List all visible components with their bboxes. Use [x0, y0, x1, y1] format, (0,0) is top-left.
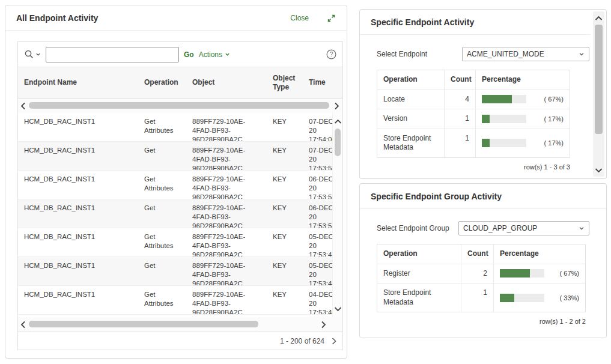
endpoint-group-activity-table: Operation Count Percentage Register 2 ( … [377, 244, 586, 312]
column-header-object[interactable]: Object [186, 74, 267, 91]
endpoint-group-select[interactable]: CLOUD_APP_GROUP [458, 221, 589, 235]
endpoint-activity-table: Operation Count Percentage Locate 4 ( 67… [377, 70, 570, 158]
panel-title: Specific Endpoint Group Activity [371, 192, 502, 201]
select-endpoint-label: Select Endpoint [377, 50, 427, 58]
cell-object: 889FF729-10AE-4FAD-BF93-96D28F90BA2C [186, 228, 267, 256]
expand-icon[interactable] [327, 14, 336, 23]
close-button[interactable]: Close [290, 14, 309, 22]
cell-object: 889FF729-10AE-4FAD-BF93-96D28F90BA2C [186, 171, 267, 199]
chevron-down-icon [579, 51, 585, 57]
cell-endpoint-name: HCM_DB_RAC_INST1 [18, 171, 138, 199]
scroll-up-icon[interactable] [333, 117, 342, 126]
cell-endpoint-name: HCM_DB_RAC_INST1 [18, 199, 138, 228]
scroll-left-icon[interactable] [18, 317, 28, 332]
percentage-bar-track [500, 294, 544, 302]
percentage-bar-track [482, 115, 526, 123]
table-row: HCM_DB_RAC_INST1 Get Attributes 889FF729… [18, 113, 342, 142]
table-row: Locate 4 ( 67%) [377, 90, 570, 110]
horizontal-scrollbar-top [18, 99, 342, 113]
cell-object-type: KEY [267, 286, 303, 314]
cell-endpoint-name: HCM_DB_RAC_INST1 [18, 113, 138, 141]
percentage-bar-track [500, 269, 544, 278]
scrollbar-thumb[interactable] [29, 321, 258, 327]
column-header-object-type[interactable]: Object Type [267, 70, 303, 96]
help-icon[interactable]: ? [326, 49, 336, 59]
table-row: HCM_DB_RAC_INST1 Get Attributes 889FF729… [18, 286, 342, 315]
row-count-label: row(s) 1 - 2 of 2 [377, 318, 586, 325]
column-header-operation[interactable]: Operation [138, 74, 186, 91]
column-header-count: Count [445, 70, 476, 89]
endpoint-select[interactable]: ACME_UNITED_MODE [462, 47, 589, 61]
go-button[interactable]: Go [184, 50, 194, 59]
scroll-right-icon[interactable] [318, 317, 328, 332]
cell-operation: Get Attributes [138, 171, 186, 199]
scrollbar-thumb[interactable] [29, 102, 329, 109]
cell-operation: Store Endpoint Metadata [377, 129, 445, 157]
search-icon[interactable] [24, 49, 41, 59]
cell-count: 1 [445, 129, 476, 157]
search-input[interactable] [46, 47, 179, 62]
percentage-label: ( 17%) [540, 115, 564, 123]
table-header-row: Operation Count Percentage [377, 70, 570, 90]
table-row: HCM_DB_RAC_INST1 Get 889FF729-10AE-4FAD-… [18, 199, 342, 228]
column-header-endpoint-name[interactable]: Endpoint Name [18, 74, 138, 91]
table-header-row: Endpoint Name Operation Object Object Ty… [18, 67, 342, 99]
panel-title: Specific Endpoint Activity [371, 17, 474, 27]
actions-menu-button[interactable]: Actions [199, 50, 230, 59]
interactive-report: Go Actions ? Endpoint Name Operation Obj… [17, 41, 343, 350]
cell-operation: Get Attributes [138, 113, 186, 141]
specific-endpoint-group-activity-panel: Specific Endpoint Group Activity Select … [359, 183, 607, 338]
percentage-label: ( 33%) [555, 294, 579, 302]
svg-text:?: ? [330, 51, 333, 58]
table-row: HCM_DB_RAC_INST1 Get Attributes 889FF729… [18, 228, 342, 257]
table-row: HCM_DB_RAC_INST1 Get Attributes 889FF729… [18, 171, 342, 199]
specific-endpoint-activity-panel: Specific Endpoint Activity Select Endpoi… [359, 9, 607, 179]
cell-object-type: KEY [267, 228, 303, 256]
scrollbar-thumb[interactable] [595, 25, 603, 134]
cell-operation: Version [377, 109, 445, 129]
cell-endpoint-name: HCM_DB_RAC_INST1 [18, 257, 138, 285]
cell-endpoint-name: HCM_DB_RAC_INST1 [18, 228, 138, 256]
horizontal-scrollbar-bottom [18, 317, 342, 332]
cell-object: 889FF729-10AE-4FAD-BF93-96D28F90BA2C [186, 113, 267, 141]
table-row: Store Endpoint Metadata 1 ( 33%) [377, 284, 585, 312]
next-page-icon[interactable] [332, 338, 336, 345]
table-header-row: Operation Count Percentage [377, 244, 585, 264]
scroll-right-icon[interactable] [332, 99, 341, 113]
percentage-bar-track [482, 95, 526, 103]
cell-count: 1 [445, 109, 476, 129]
percentage-bar [500, 269, 530, 278]
select-endpoint-group-label: Select Endpoint Group [377, 224, 449, 232]
table-row: HCM_DB_RAC_INST1 Get 889FF729-10AE-4FAD-… [18, 257, 342, 286]
cell-object-type: KEY [267, 171, 303, 199]
table-body: HCM_DB_RAC_INST1 Get Attributes 889FF729… [18, 113, 342, 317]
cell-endpoint-name: HCM_DB_RAC_INST1 [18, 286, 138, 314]
cell-operation: Get [138, 257, 186, 285]
scroll-up-icon[interactable] [593, 13, 604, 23]
cell-object-type: KEY [267, 113, 303, 141]
vertical-scrollbar [593, 11, 604, 177]
cell-object: 889FF729-10AE-4FAD-BF93-96D28F90BA2C [186, 142, 267, 170]
cell-object-type: KEY [267, 199, 303, 228]
table-row: Version 1 ( 17%) [377, 109, 570, 129]
all-endpoint-activity-panel: All Endpoint Activity Close [5, 5, 347, 359]
panel-header: Specific Endpoint Activity [360, 10, 591, 35]
scroll-down-icon[interactable] [593, 165, 604, 175]
endpoint-group-select-value: CLOUD_APP_GROUP [463, 224, 537, 232]
cell-operation: Get Attributes [138, 228, 186, 256]
column-header-time[interactable]: Time [303, 74, 342, 91]
percentage-label: ( 67%) [555, 269, 579, 278]
cell-object: 889FF729-10AE-4FAD-BF93-96D28F90BA2C [186, 257, 267, 285]
table-row: Register 2 ( 67%) [377, 264, 585, 284]
column-header-percentage: Percentage [476, 70, 570, 89]
column-header-count: Count [461, 244, 494, 264]
table-row: HCM_DB_RAC_INST1 Get 889FF729-10AE-4FAD-… [18, 142, 342, 171]
scrollbar-thumb[interactable] [335, 129, 341, 156]
cell-object-type: KEY [267, 142, 303, 170]
cell-percentage: ( 67%) [476, 90, 570, 109]
percentage-bar [482, 95, 512, 103]
column-header-operation: Operation [377, 244, 461, 264]
cell-percentage: ( 17%) [476, 109, 570, 129]
scroll-down-icon[interactable] [333, 304, 342, 314]
scroll-left-icon[interactable] [18, 99, 28, 113]
